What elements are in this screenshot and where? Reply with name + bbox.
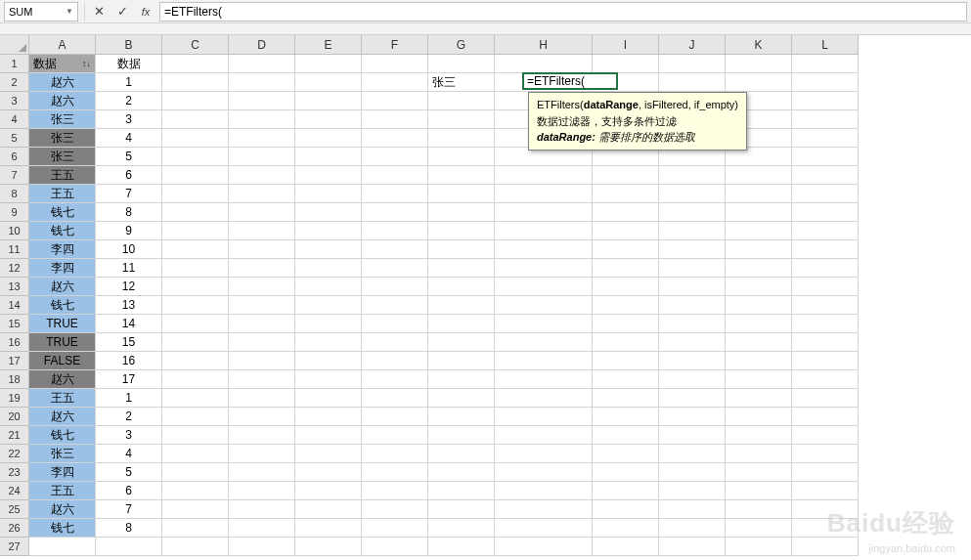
cell[interactable]: 李四 [29,463,96,482]
row-header[interactable]: 26 [0,519,29,538]
cell[interactable] [659,278,726,296]
cell[interactable] [593,148,659,166]
cell[interactable] [792,278,859,296]
cell[interactable] [295,166,362,185]
cell[interactable] [428,129,495,148]
cell[interactable]: 16 [96,352,162,370]
cell[interactable] [495,278,593,296]
cell[interactable] [593,333,659,352]
cell[interactable]: TRUE [29,315,96,333]
cell[interactable] [362,73,428,92]
cell[interactable] [229,148,295,166]
cell[interactable] [362,296,428,315]
cell[interactable] [659,463,726,482]
cancel-button[interactable]: ✕ [87,2,110,22]
cell[interactable]: 钱七 [29,296,96,315]
cell[interactable] [295,278,362,296]
cell[interactable] [593,315,659,333]
cell[interactable] [495,500,593,519]
cell[interactable] [295,129,362,148]
cell[interactable] [428,333,495,352]
cell[interactable] [726,73,792,92]
cell[interactable] [726,370,792,389]
cell[interactable] [659,148,726,166]
cell[interactable] [295,445,362,463]
cell[interactable] [428,445,495,463]
cell[interactable] [428,519,495,538]
cell[interactable] [162,110,229,129]
cell[interactable] [726,55,792,73]
cell[interactable] [229,519,295,538]
row-header[interactable]: 20 [0,408,29,426]
cell[interactable] [659,389,726,408]
cell[interactable] [726,203,792,222]
cell[interactable] [495,148,593,166]
cell[interactable] [659,185,726,203]
cell[interactable] [162,333,229,352]
cell[interactable]: 数据 [96,55,162,73]
cell[interactable] [362,482,428,500]
cell[interactable] [428,259,495,278]
filter-icon[interactable]: ↕↓ [82,59,91,68]
cell[interactable] [229,408,295,426]
row-header[interactable]: 5 [0,129,29,148]
column-header[interactable]: E [295,35,362,55]
cell[interactable] [593,73,659,92]
cell[interactable] [659,203,726,222]
cell[interactable] [792,296,859,315]
cell[interactable] [593,538,659,556]
cell[interactable] [659,222,726,240]
cell[interactable] [229,482,295,500]
row-header[interactable]: 19 [0,389,29,408]
cell[interactable] [162,55,229,73]
cell[interactable] [726,426,792,445]
cell[interactable] [295,500,362,519]
cell[interactable] [659,240,726,259]
cell[interactable] [495,352,593,370]
cell[interactable] [362,500,428,519]
cell[interactable] [495,519,593,538]
cell[interactable] [295,538,362,556]
cell[interactable] [362,240,428,259]
cell[interactable] [162,148,229,166]
cell[interactable] [495,389,593,408]
cell[interactable] [362,92,428,110]
cell[interactable] [162,296,229,315]
column-header[interactable]: I [593,35,659,55]
cell[interactable] [29,538,96,556]
cell[interactable] [428,203,495,222]
cell[interactable]: 赵六 [29,500,96,519]
row-header[interactable]: 17 [0,352,29,370]
cell[interactable] [593,55,659,73]
row-header[interactable]: 21 [0,426,29,445]
cell[interactable] [295,315,362,333]
cell[interactable] [659,73,726,92]
enter-button[interactable]: ✓ [110,2,134,22]
cell[interactable] [162,259,229,278]
cell[interactable] [96,538,162,556]
cell[interactable] [659,538,726,556]
cell[interactable] [162,73,229,92]
row-header[interactable]: 12 [0,259,29,278]
cell[interactable] [295,148,362,166]
row-header[interactable]: 7 [0,166,29,185]
cell[interactable] [792,333,859,352]
cell[interactable] [593,500,659,519]
cell[interactable] [295,203,362,222]
cell[interactable] [495,315,593,333]
cell[interactable] [362,55,428,73]
cell[interactable] [792,389,859,408]
cell[interactable] [428,296,495,315]
cell[interactable] [428,426,495,445]
row-header[interactable]: 8 [0,185,29,203]
cell[interactable] [726,222,792,240]
cell[interactable] [428,315,495,333]
cell[interactable] [659,315,726,333]
cell[interactable] [593,185,659,203]
cell[interactable] [162,352,229,370]
row-header[interactable]: 25 [0,500,29,519]
cell[interactable]: 12 [96,278,162,296]
cell[interactable] [295,426,362,445]
column-header[interactable]: A [29,35,96,55]
cell[interactable] [428,500,495,519]
